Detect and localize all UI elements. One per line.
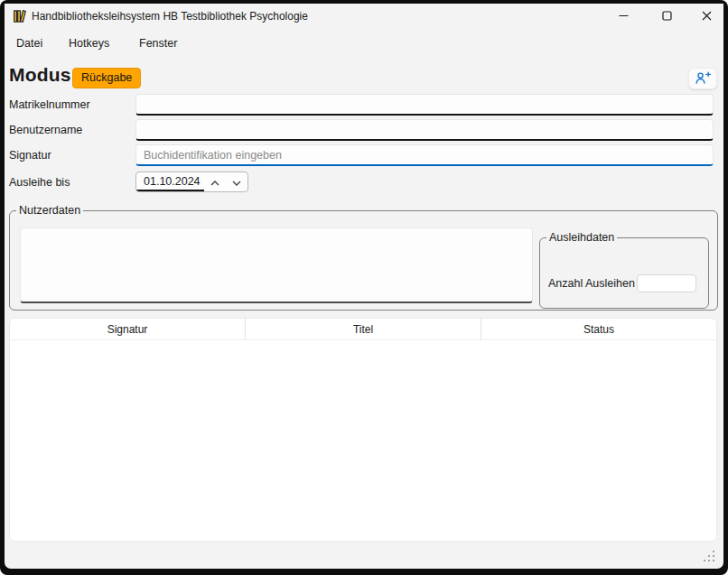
menu-item-datei[interactable]: Datei xyxy=(16,31,42,56)
matrikelnummer-input[interactable] xyxy=(135,94,714,116)
table-header-signatur[interactable]: Signatur xyxy=(10,319,245,339)
window-content: Handbibliotheksleihsystem HB Testbibliot… xyxy=(5,4,723,569)
resize-grip[interactable] xyxy=(704,551,715,562)
menu-item-fenster[interactable]: Fenster xyxy=(139,31,177,56)
date-decrement-button[interactable] xyxy=(226,172,247,191)
chevron-up-icon xyxy=(210,175,219,189)
label-matrikelnummer: Matrikelnummer xyxy=(9,94,90,116)
label-signatur: Signatur xyxy=(9,144,51,166)
chevron-down-icon xyxy=(232,175,241,189)
app-window: Handbibliotheksleihsystem HB Testbibliot… xyxy=(0,0,728,575)
nutzerdaten-legend: Nutzerdaten xyxy=(16,204,83,217)
maximize-button[interactable] xyxy=(651,4,682,29)
minimize-button[interactable] xyxy=(608,4,639,29)
benutzername-input[interactable] xyxy=(135,119,714,141)
signatur-input[interactable] xyxy=(135,144,714,166)
books-icon xyxy=(13,9,27,23)
table-header-titel[interactable]: Titel xyxy=(245,319,481,339)
ausleihdaten-legend: Ausleihdaten xyxy=(546,231,617,244)
label-benutzername: Benutzername xyxy=(9,119,82,141)
results-table: Signatur Titel Status xyxy=(9,318,717,542)
anzahl-ausleihen-input[interactable] xyxy=(637,274,696,292)
close-button[interactable] xyxy=(691,4,722,29)
close-icon xyxy=(702,10,712,23)
nutzerdaten-textarea[interactable] xyxy=(20,227,533,303)
add-user-button[interactable] xyxy=(688,68,717,89)
window-title: Handbibliotheksleihsystem HB Testbibliot… xyxy=(32,4,308,29)
table-header-row: Signatur Titel Status xyxy=(10,319,716,340)
ausleihe-bis-date-spinner xyxy=(135,172,248,192)
anzahl-ausleihen-label: Anzahl Ausleihen xyxy=(548,274,635,292)
maximize-icon xyxy=(662,10,672,23)
menu-item-hotkeys[interactable]: Hotkeys xyxy=(69,31,109,56)
mode-heading: Modus xyxy=(9,61,71,88)
nutzerdaten-group: Nutzerdaten Ausleihdaten Anzahl Ausleihe… xyxy=(9,204,718,311)
date-increment-button[interactable] xyxy=(204,172,226,191)
table-header-status[interactable]: Status xyxy=(481,319,716,339)
ausleihdaten-group: Ausleihdaten Anzahl Ausleihen xyxy=(539,231,709,309)
person-add-icon xyxy=(695,70,711,88)
ausleihe-bis-value[interactable] xyxy=(136,172,204,191)
table-body-empty xyxy=(10,340,716,541)
mode-badge-rueckgabe[interactable]: Rückgabe xyxy=(72,68,141,88)
label-ausleihe-bis: Ausleihe bis xyxy=(9,172,70,193)
minimize-icon xyxy=(619,10,629,23)
title-bar: Handbibliotheksleihsystem HB Testbibliot… xyxy=(5,4,723,29)
